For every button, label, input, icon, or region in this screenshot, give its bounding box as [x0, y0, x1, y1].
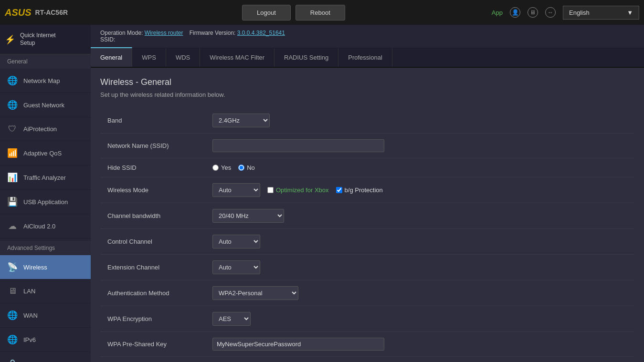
auth-method-select[interactable]: Open System Shared Key WPA-Personal WPA2… [212, 286, 298, 300]
channel-bw-row: Channel bandwidth 20 MHz 20/40 MHz 40 MH… [100, 203, 634, 229]
sidebar-item-guest-network[interactable]: 🌐 Guest Network [0, 93, 91, 117]
control-channel-select[interactable]: Auto 1234 5678 91011 [212, 235, 260, 248]
share-icon[interactable]: ↔ [545, 7, 556, 18]
chevron-down-icon: ▼ [627, 9, 633, 16]
tab-wds[interactable]: WDS [166, 48, 200, 67]
top-bar: ASUS RT-AC56R Logout Reboot App 👤 🖥 ↔ En… [0, 0, 644, 25]
sidebar-item-aiprotection[interactable]: 🛡 AiProtection [0, 117, 91, 141]
hide-ssid-row: Hide SSID Yes No [100, 158, 634, 177]
sidebar-item-ipv6[interactable]: 🌐 IPv6 [0, 328, 91, 352]
wpa-enc-select[interactable]: AES TKIP TKIP+AES [212, 312, 251, 326]
traffic-analyzer-icon: 📊 [7, 172, 18, 183]
language-label: English [569, 9, 590, 16]
wireless-icon: 📡 [7, 262, 18, 272]
logout-button[interactable]: Logout [242, 5, 291, 21]
tab-general[interactable]: General [91, 47, 132, 67]
content-header: Operation Mode: Wireless router Firmware… [91, 25, 644, 48]
quick-setup-item[interactable]: ⚡ Quick InternetSetup [0, 25, 91, 54]
sidebar-item-wireless[interactable]: 📡 Wireless [0, 255, 91, 279]
wireless-mode-row: Wireless Mode Auto N only B/G/N Optimize… [100, 177, 634, 203]
lan-icon: 🖥 [7, 286, 18, 296]
header-right: App 👤 🖥 ↔ [492, 7, 556, 18]
quick-setup-icon: ⚡ [5, 34, 15, 45]
vpn-icon: 🔒 [7, 359, 18, 362]
aiprotection-icon: 🛡 [7, 124, 18, 134]
operation-mode-value[interactable]: Wireless router [145, 30, 183, 36]
firmware-value[interactable]: 3.0.0.4.382_51641 [237, 30, 285, 36]
auth-method-label: Authentication Method [100, 280, 205, 306]
wpa-key-label: WPA Pre-Shared Key [100, 332, 205, 357]
hide-ssid-no-radio[interactable] [238, 165, 244, 171]
channel-bw-select[interactable]: 20 MHz 20/40 MHz 40 MHz [212, 209, 284, 223]
xbox-checkbox[interactable] [267, 187, 274, 193]
wireless-mode-select[interactable]: Auto N only B/G/N [212, 183, 260, 197]
reboot-button[interactable]: Reboot [296, 5, 345, 21]
sidebar: ⚡ Quick InternetSetup General 🌐 Network … [0, 25, 91, 362]
hide-ssid-no-label[interactable]: No [238, 164, 255, 171]
main-content: Wireless - General Set up the wireless r… [91, 68, 644, 362]
app-label: App [492, 9, 503, 16]
sidebar-item-adaptive-qos[interactable]: 📶 Adaptive QoS [0, 141, 91, 165]
sidebar-item-wan[interactable]: 🌐 WAN [0, 303, 91, 328]
sidebar-item-lan[interactable]: 🖥 LAN [0, 279, 91, 303]
wan-icon: 🌐 [7, 310, 18, 321]
wpa-enc-row: WPA Encryption AES TKIP TKIP+AES [100, 306, 634, 332]
xbox-checkbox-label[interactable]: Optimized for Xbox [267, 186, 329, 194]
band-select[interactable]: 2.4GHz 5GHz [212, 114, 270, 127]
tab-radius[interactable]: RADIUS Setting [274, 48, 338, 67]
sidebar-item-label-wireless: Wireless [23, 264, 47, 271]
adaptive-qos-icon: 📶 [7, 148, 18, 158]
ssid-label: SSID: [100, 36, 115, 43]
tab-mac-filter[interactable]: Wireless MAC Filter [200, 48, 274, 67]
bg-protection-label[interactable]: b/g Protection [336, 186, 383, 194]
sidebar-item-label-aicloud: AiCloud 2.0 [23, 223, 55, 230]
ssid-input[interactable] [212, 139, 384, 152]
logo-asus: ASUS [5, 7, 32, 18]
top-buttons: Logout Reboot [95, 5, 492, 21]
sidebar-item-traffic-analyzer[interactable]: 📊 Traffic Analyzer [0, 165, 91, 190]
ext-channel-select[interactable]: Auto Upper Lower [212, 260, 260, 274]
bg-protection-checkbox[interactable] [336, 187, 342, 193]
band-row: Band 2.4GHz 5GHz [100, 108, 634, 134]
ext-channel-row: Extension Channel Auto Upper Lower [100, 255, 634, 280]
tabs-bar: General WPS WDS Wireless MAC Filter RADI… [91, 48, 644, 68]
sidebar-item-label-aiprotection: AiProtection [23, 125, 57, 133]
main-layout: ⚡ Quick InternetSetup General 🌐 Network … [0, 25, 644, 362]
hide-ssid-yes-radio[interactable] [212, 165, 219, 171]
ipv6-icon: 🌐 [7, 334, 18, 345]
hide-ssid-radio-group: Yes No [212, 164, 627, 171]
user-icon[interactable]: 👤 [510, 7, 520, 18]
control-channel-label: Control Channel [100, 229, 205, 255]
band-label: Band [100, 108, 205, 134]
sidebar-item-label-adaptive-qos: Adaptive QoS [23, 150, 62, 157]
monitor-icon[interactable]: 🖥 [528, 7, 538, 18]
sidebar-item-vpn[interactable]: 🔒 VPN [0, 352, 91, 362]
advanced-section-label: Advanced Settings [0, 241, 91, 255]
sidebar-item-label-usb-application: USB Application [23, 198, 68, 206]
pmf-label: Protected Management Frames [100, 357, 205, 362]
wpa-enc-label: WPA Encryption [100, 306, 205, 332]
quick-setup-label: Quick InternetSetup [20, 32, 56, 47]
guest-network-icon: 🌐 [7, 100, 18, 110]
network-name-label: Network Name (SSID) [100, 134, 205, 158]
pmf-row: Protected Management Frames Disable Capa… [100, 357, 634, 362]
sidebar-item-network-map[interactable]: 🌐 Network Map [0, 69, 91, 93]
sidebar-item-aicloud[interactable]: ☁ AiCloud 2.0 [0, 214, 91, 238]
sidebar-item-label-guest-network: Guest Network [23, 102, 64, 109]
sidebar-item-usb-application[interactable]: 💾 USB Application [0, 190, 91, 214]
language-selector[interactable]: English ▼ [563, 6, 639, 20]
wpa-key-input[interactable] [212, 338, 384, 351]
tab-professional[interactable]: Professional [338, 48, 392, 67]
tab-wps[interactable]: WPS [132, 48, 166, 67]
page-title: Wireless - General [100, 77, 634, 87]
hide-ssid-yes-label[interactable]: Yes [212, 164, 231, 171]
general-section-label: General [0, 54, 91, 69]
aicloud-icon: ☁ [7, 221, 18, 231]
control-channel-row: Control Channel Auto 1234 5678 91011 [100, 229, 634, 255]
ext-channel-label: Extension Channel [100, 255, 205, 280]
xbox-label: Optimized for Xbox [276, 186, 329, 194]
auth-method-row: Authentication Method Open System Shared… [100, 280, 634, 306]
channel-bw-label: Channel bandwidth [100, 203, 205, 229]
usb-application-icon: 💾 [7, 197, 18, 207]
sidebar-item-label-lan: LAN [23, 288, 35, 295]
